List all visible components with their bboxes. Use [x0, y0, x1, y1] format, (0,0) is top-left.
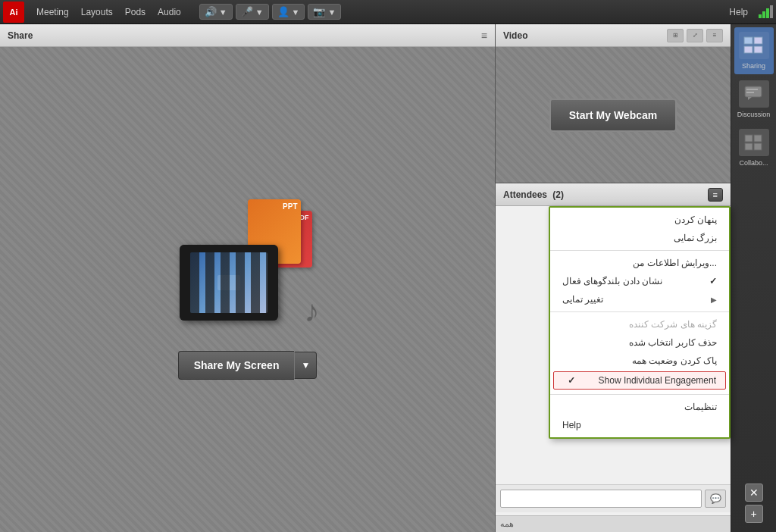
svg-rect-0: [744, 37, 753, 44]
share-screen-btn-wrap: Share My Screen ▼: [178, 351, 318, 380]
svg-rect-10: [745, 143, 753, 150]
mic-dropdown-arrow[interactable]: ▼: [255, 8, 264, 17]
chat-send-button[interactable]: 💬: [705, 490, 726, 508]
signal-bar-3: [766, 8, 769, 18]
svg-marker-7: [748, 97, 752, 100]
signal-indicator: [759, 5, 773, 18]
chat-input-area: 💬: [496, 484, 731, 512]
camera-dropdown-arrow[interactable]: ▼: [327, 8, 336, 17]
sidebar-item-collabo[interactable]: Collabo...: [734, 124, 774, 171]
film-inner: [190, 252, 268, 313]
discussion-icon: [743, 85, 765, 103]
adobe-logo: Ai: [3, 2, 24, 23]
video-content-area: Start My Webcam: [496, 47, 731, 183]
video-panel: Video ⊞ ⤢ ≡ Start My Webcam: [496, 24, 731, 183]
sidebar-item-sharing[interactable]: Sharing: [734, 27, 774, 74]
svg-rect-6: [746, 92, 754, 93]
video-menu-icon[interactable]: ≡: [706, 29, 723, 42]
video-panel-header: Video ⊞ ⤢ ≡: [496, 24, 731, 47]
menu-meeting[interactable]: Meeting: [30, 4, 75, 20]
attendees-title: Attendees (2): [503, 189, 564, 200]
audio-controls: 🔊 ▼ 🎤 ▼ 👤 ▼ 📷 ▼: [199, 4, 342, 20]
svg-rect-8: [745, 135, 753, 142]
dropdown-section-4: تنظیمات Help: [550, 395, 729, 437]
video-grid-icon[interactable]: ⊞: [667, 29, 684, 42]
sidebar-bottom: ✕ +: [745, 483, 763, 529]
user-btn[interactable]: 👤 ▼: [272, 4, 305, 20]
collabo-icon: [743, 133, 765, 152]
dropdown-item-remove-user[interactable]: حذف کاربر انتخاب شده: [550, 333, 729, 352]
user-icon: 👤: [277, 6, 289, 17]
main-layout: Share ≡ PPT PDF ♪ Share My Screen ▼: [0, 24, 776, 532]
svg-rect-2: [744, 46, 753, 53]
user-dropdown-arrow[interactable]: ▼: [292, 8, 300, 17]
svg-rect-3: [754, 46, 762, 53]
share-screen-dropdown-button[interactable]: ▼: [294, 352, 317, 379]
volume-dropdown-arrow[interactable]: ▼: [219, 8, 227, 17]
sidebar-collabo-label: Collabo...: [739, 159, 768, 167]
discussion-icon-box: [739, 80, 769, 108]
right-panels: Video ⊞ ⤢ ≡ Start My Webcam Attendees (2…: [496, 24, 731, 532]
attendees-menu-button[interactable]: ≡: [708, 188, 723, 202]
music-note-icon: ♪: [305, 294, 320, 328]
svg-rect-9: [754, 135, 762, 142]
dropdown-item-change-view[interactable]: ▶ تغییر تمایی: [550, 290, 729, 308]
dropdown-section-3: گزینه های شرکت کننده حذف کاربر انتخاب شد…: [550, 312, 729, 395]
dropdown-item-clear-status[interactable]: پاک کردن وضعیت همه: [550, 352, 729, 370]
adobe-logo-text: Ai: [10, 8, 18, 17]
video-panel-title: Video: [503, 30, 527, 41]
dropdown-item-zoom[interactable]: بزرگ تمایی: [550, 229, 729, 247]
attendees-header: Attendees (2) ≡: [496, 183, 731, 206]
signal-bar-1: [759, 14, 762, 18]
sidebar-add-button[interactable]: +: [745, 505, 763, 523]
dropdown-item-hide[interactable]: پنهان کردن: [550, 211, 729, 229]
help-menu[interactable]: Help: [723, 4, 754, 20]
video-header-icons: ⊞ ⤢ ≡: [667, 29, 723, 42]
menu-audio[interactable]: Audio: [152, 4, 187, 20]
sidebar: Sharing Discussion: [731, 24, 776, 532]
share-panel-title: Share: [8, 30, 33, 41]
sidebar-discussion-label: Discussion: [737, 111, 771, 118]
mic-icon: 🎤: [241, 6, 253, 17]
signal-bar-4: [770, 5, 773, 18]
film-strip: [180, 245, 278, 321]
dropdown-section-1: پنهان کردن بزرگ تمایی: [550, 208, 729, 251]
menu-layouts[interactable]: Layouts: [75, 4, 119, 20]
dropdown-item-help[interactable]: Help: [550, 416, 729, 434]
dropdown-item-show-speakers[interactable]: ✓ نشان دادن بلندگوهای فعال: [550, 272, 729, 290]
dropdown-item-edit-info[interactable]: ...ویرایش اطلاعات من: [550, 254, 729, 272]
camera-icon: 📷: [313, 6, 325, 17]
share-panel-header: Share ≡: [0, 24, 495, 47]
start-webcam-button[interactable]: Start My Webcam: [549, 99, 677, 132]
dropdown-item-check-speakers: ✓: [709, 276, 717, 286]
camera-btn[interactable]: 📷 ▼: [308, 4, 341, 20]
check-individual-engagement: ✓: [568, 375, 575, 386]
dropdown-section-2: ...ویرایش اطلاعات من ✓ نشان دادن بلندگوه…: [550, 251, 729, 312]
attendees-dropdown-menu: پنهان کردن بزرگ تمایی ...ویرایش اطلاعات …: [549, 206, 731, 439]
sharing-icon-box: [739, 32, 769, 59]
chat-input[interactable]: [500, 490, 702, 508]
signal-bar-2: [762, 11, 765, 18]
svg-rect-11: [754, 143, 762, 150]
menu-pods[interactable]: Pods: [119, 4, 152, 20]
menubar: Ai Meeting Layouts Pods Audio 🔊 ▼ 🎤 ▼ 👤 …: [0, 0, 776, 24]
share-panel-menu-icon[interactable]: ≡: [481, 30, 487, 42]
dropdown-item-individual-engagement[interactable]: ✓ Show Individual Engagement: [553, 371, 726, 390]
collabo-icon-box: [739, 129, 769, 156]
sidebar-settings-button[interactable]: ✕: [745, 483, 763, 502]
dropdown-item-attendee-options: گزینه های شرکت کننده: [550, 315, 729, 333]
sharing-icon: [743, 36, 765, 55]
sidebar-item-discussion[interactable]: Discussion: [734, 76, 774, 123]
svg-rect-5: [746, 89, 758, 90]
share-panel: Share ≡ PPT PDF ♪ Share My Screen ▼: [0, 24, 496, 532]
attendees-panel: Attendees (2) ≡ پنهان کردن بزرگ تمایی ..…: [496, 183, 731, 532]
mic-btn[interactable]: 🎤 ▼: [236, 4, 269, 20]
volume-icon: 🔊: [205, 6, 217, 17]
bottom-label-text: همه: [500, 519, 514, 528]
bottom-strip: همه: [496, 515, 731, 532]
share-content-area: PPT PDF ♪ Share My Screen ▼: [0, 47, 495, 532]
video-expand-icon[interactable]: ⤢: [687, 29, 703, 42]
share-screen-button[interactable]: Share My Screen: [178, 351, 295, 380]
volume-btn[interactable]: 🔊 ▼: [199, 4, 233, 20]
dropdown-item-settings[interactable]: تنظیمات: [550, 398, 729, 416]
